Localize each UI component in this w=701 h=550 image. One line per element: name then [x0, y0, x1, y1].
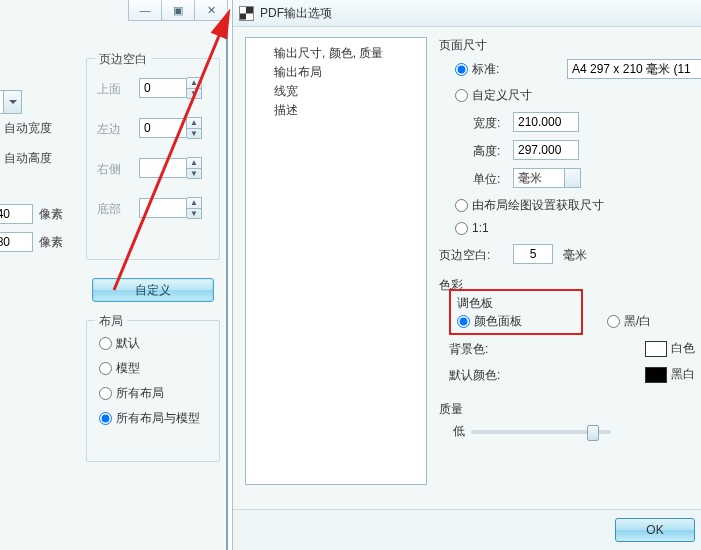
custom-size-radio[interactable]: [455, 89, 468, 102]
layout-all-radio[interactable]: [99, 387, 112, 400]
margin-right-label: 右侧: [97, 161, 121, 178]
annotation-red-box: [449, 289, 583, 335]
from-layout-row[interactable]: 由布局绘图设置获取尺寸: [455, 197, 604, 214]
unit-px-label: 像素: [39, 206, 63, 223]
dialog-icon: [239, 6, 254, 21]
units-dropdown[interactable]: 毫米: [513, 168, 581, 188]
default-color-label: 默认颜色:: [449, 367, 500, 384]
dialog-body: 输出尺寸, 颜色, 质量 输出布局 线宽 描述 页面尺寸 标准: 自定义尺寸 宽…: [233, 27, 701, 507]
custom-size-label: 自定义尺寸: [472, 87, 532, 104]
height-field[interactable]: [0, 232, 33, 252]
one-to-one-label: 1:1: [472, 221, 489, 235]
one-to-one-row[interactable]: 1:1: [455, 221, 489, 235]
layout-group: 布局 默认 模型 所有布局 所有布局与模型: [86, 320, 220, 462]
layout-all-label: 所有布局: [116, 385, 164, 402]
auto-width-label: 自动宽度: [4, 120, 52, 137]
margin-top-field[interactable]: [139, 78, 187, 98]
page-margin-field[interactable]: [513, 244, 553, 264]
margin-top-label: 上面: [97, 81, 121, 98]
bg-color-value: 白色: [671, 340, 695, 357]
custom-size-row[interactable]: 自定义尺寸: [455, 87, 532, 104]
quality-slider-thumb[interactable]: [587, 425, 599, 441]
layout-legend: 布局: [95, 313, 127, 330]
tree-item-description[interactable]: 描述: [246, 101, 426, 120]
layout-default-radio[interactable]: [99, 337, 112, 350]
from-layout-radio[interactable]: [455, 199, 468, 212]
close-button[interactable]: ✕: [194, 0, 228, 21]
auto-height-label: 自动高度: [4, 150, 52, 167]
custom-width-field[interactable]: [513, 112, 579, 132]
default-color-swatch-row[interactable]: 黑白: [645, 366, 695, 383]
standard-label: 标准:: [472, 61, 499, 78]
margin-right-stepper[interactable]: ▲▼: [187, 157, 202, 179]
layout-all-models-radio[interactable]: [99, 412, 112, 425]
default-color-swatch[interactable]: [645, 367, 667, 383]
chevron-down-icon: [568, 176, 576, 184]
tree-item-output-size[interactable]: 输出尺寸, 颜色, 质量: [246, 44, 426, 63]
default-color-value: 黑白: [671, 366, 695, 383]
margins-group: 页边空白 上面 ▲▼ 左边 ▲▼ 右侧 ▲▼ 底部 ▲▼: [86, 58, 220, 260]
margin-label: 页边空白:: [439, 247, 490, 264]
minimize-button[interactable]: —: [128, 0, 162, 21]
margin-left-label: 左边: [97, 121, 121, 138]
margin-bottom-label: 底部: [97, 201, 121, 218]
quality-slider[interactable]: [471, 430, 611, 434]
dialog-button-bar: OK: [233, 509, 701, 550]
one-to-one-radio[interactable]: [455, 222, 468, 235]
pdf-output-options-dialog: PDF输出选项 输出尺寸, 颜色, 质量 输出布局 线宽 描述 页面尺寸 标准:…: [232, 0, 701, 550]
layout-default-label: 默认: [116, 335, 140, 352]
margin-bottom-field[interactable]: [139, 198, 187, 218]
options-form: 页面尺寸 标准: 自定义尺寸 宽度: 高度: 单位: 毫米: [435, 33, 701, 507]
from-layout-label: 由布局绘图设置获取尺寸: [472, 197, 604, 214]
layout-model-label: 模型: [116, 360, 140, 377]
palette-bw-radio[interactable]: [607, 315, 620, 328]
palette-bw-row[interactable]: 黑/白: [607, 313, 651, 330]
units-value: 毫米: [518, 170, 542, 187]
margin-top-stepper[interactable]: ▲▼: [187, 77, 202, 99]
layout-all-models-label: 所有布局与模型: [116, 410, 200, 427]
options-tree[interactable]: 输出尺寸, 颜色, 质量 输出布局 线宽 描述: [245, 37, 427, 485]
standard-radio[interactable]: [455, 63, 468, 76]
tree-item-output-layout[interactable]: 输出布局: [246, 63, 426, 82]
custom-height-field[interactable]: [513, 140, 579, 160]
bg-color-swatch[interactable]: [645, 341, 667, 357]
unit-px-label-2: 像素: [39, 234, 63, 251]
dialog-title: PDF输出选项: [260, 5, 332, 22]
tree-item-linewidth[interactable]: 线宽: [246, 82, 426, 101]
layout-all-models[interactable]: 所有布局与模型: [99, 410, 219, 427]
restore-button[interactable]: ▣: [161, 0, 195, 21]
layout-model-radio[interactable]: [99, 362, 112, 375]
margin-right-field[interactable]: [139, 158, 187, 178]
bg-color-swatch-row[interactable]: 白色: [645, 340, 695, 357]
bg-color-label: 背景色:: [449, 341, 488, 358]
margin-unit-label: 毫米: [563, 247, 587, 264]
standard-size-field[interactable]: [567, 59, 701, 79]
ok-button[interactable]: OK: [615, 518, 695, 542]
layout-all[interactable]: 所有布局: [99, 385, 219, 402]
chevron-down-icon: [3, 91, 21, 113]
layout-default[interactable]: 默认: [99, 335, 219, 352]
dialog-titlebar: PDF输出选项: [233, 0, 701, 27]
page-size-section-label: 页面尺寸: [439, 37, 487, 54]
margin-left-field[interactable]: [139, 118, 187, 138]
ok-button-label: OK: [646, 523, 663, 537]
window-buttons: — ▣ ✕: [129, 0, 228, 22]
margins-legend: 页边空白: [95, 51, 151, 68]
standard-size-row[interactable]: 标准:: [455, 61, 499, 78]
custom-button-label: 自定义: [135, 282, 171, 299]
margin-left-stepper[interactable]: ▲▼: [187, 117, 202, 139]
quality-section-label: 质量: [439, 401, 463, 418]
height-label: 高度:: [473, 143, 500, 160]
custom-button[interactable]: 自定义: [92, 278, 214, 302]
background-settings-panel: — ▣ ✕ 自动宽度 自动高度 像素 像素 页边空白 上面 ▲▼ 左边 ▲▼ 右…: [0, 0, 228, 550]
quality-low-label: 低: [453, 423, 465, 440]
quality-slider-row: 低: [453, 423, 611, 440]
margin-bottom-stepper[interactable]: ▲▼: [187, 197, 202, 219]
unknown-dropdown[interactable]: [0, 90, 22, 114]
layout-model[interactable]: 模型: [99, 360, 219, 377]
width-field[interactable]: [0, 204, 33, 224]
palette-bw-label: 黑/白: [624, 313, 651, 330]
units-label: 单位:: [473, 171, 500, 188]
width-label: 宽度:: [473, 115, 500, 132]
